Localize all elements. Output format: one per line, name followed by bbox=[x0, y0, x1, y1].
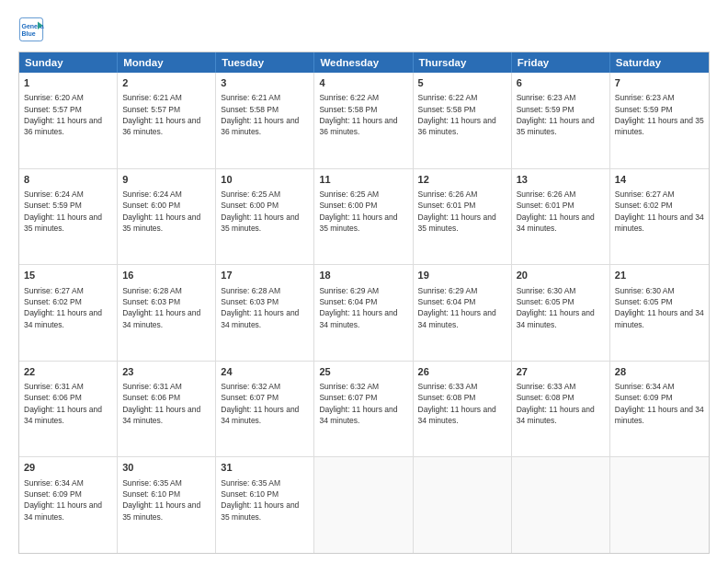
calendar-cell: 18Sunrise: 6:29 AMSunset: 6:04 PMDayligh… bbox=[314, 265, 413, 361]
calendar-cell: 2Sunrise: 6:21 AMSunset: 5:57 PMDaylight… bbox=[118, 73, 216, 168]
calendar-cell bbox=[414, 457, 512, 553]
calendar-cell: 17Sunrise: 6:28 AMSunset: 6:03 PMDayligh… bbox=[216, 265, 314, 361]
calendar-row: 1Sunrise: 6:20 AMSunset: 5:57 PMDaylight… bbox=[19, 73, 709, 168]
calendar-cell: 30Sunrise: 6:35 AMSunset: 6:10 PMDayligh… bbox=[118, 457, 216, 553]
day-info: Sunrise: 6:24 AMSunset: 5:59 PMDaylight:… bbox=[24, 189, 112, 234]
calendar-cell: 8Sunrise: 6:24 AMSunset: 5:59 PMDaylight… bbox=[19, 169, 118, 265]
calendar-row: 15Sunrise: 6:27 AMSunset: 6:02 PMDayligh… bbox=[19, 264, 709, 361]
calendar-header-cell: Tuesday bbox=[216, 52, 314, 73]
svg-rect-0 bbox=[19, 17, 42, 40]
calendar-header: SundayMondayTuesdayWednesdayThursdayFrid… bbox=[19, 52, 709, 73]
calendar-cell: 15Sunrise: 6:27 AMSunset: 6:02 PMDayligh… bbox=[19, 265, 118, 361]
logo-icon: General Blue bbox=[18, 17, 44, 42]
day-number: 31 bbox=[221, 461, 309, 475]
day-number: 21 bbox=[615, 269, 704, 282]
day-number: 6 bbox=[517, 76, 605, 90]
day-number: 5 bbox=[418, 76, 506, 90]
day-number: 24 bbox=[221, 365, 309, 379]
day-info: Sunrise: 6:24 AMSunset: 6:00 PMDaylight:… bbox=[122, 189, 210, 234]
day-number: 1 bbox=[24, 76, 112, 90]
day-number: 14 bbox=[615, 173, 704, 187]
calendar-header-cell: Friday bbox=[512, 52, 610, 73]
calendar-header-cell: Saturday bbox=[610, 52, 709, 73]
calendar-cell: 10Sunrise: 6:25 AMSunset: 6:00 PMDayligh… bbox=[216, 169, 314, 265]
calendar-cell: 19Sunrise: 6:29 AMSunset: 6:04 PMDayligh… bbox=[414, 265, 512, 361]
calendar-cell: 3Sunrise: 6:21 AMSunset: 5:58 PMDaylight… bbox=[216, 73, 314, 168]
calendar-cell: 29Sunrise: 6:34 AMSunset: 6:09 PMDayligh… bbox=[19, 457, 118, 553]
day-info: Sunrise: 6:35 AMSunset: 6:10 PMDaylight:… bbox=[221, 477, 309, 523]
calendar-cell: 11Sunrise: 6:25 AMSunset: 6:00 PMDayligh… bbox=[314, 169, 413, 265]
day-number: 11 bbox=[319, 173, 407, 187]
day-number: 18 bbox=[319, 269, 407, 282]
day-number: 2 bbox=[122, 76, 210, 90]
day-number: 12 bbox=[418, 173, 506, 187]
calendar-cell: 26Sunrise: 6:33 AMSunset: 6:08 PMDayligh… bbox=[414, 362, 512, 457]
day-info: Sunrise: 6:23 AMSunset: 5:59 PMDaylight:… bbox=[517, 92, 605, 137]
day-number: 27 bbox=[517, 365, 605, 379]
day-info: Sunrise: 6:30 AMSunset: 6:05 PMDaylight:… bbox=[517, 285, 605, 330]
day-number: 20 bbox=[517, 269, 605, 282]
day-info: Sunrise: 6:22 AMSunset: 5:58 PMDaylight:… bbox=[319, 92, 407, 137]
day-info: Sunrise: 6:21 AMSunset: 5:57 PMDaylight:… bbox=[122, 92, 210, 137]
day-info: Sunrise: 6:32 AMSunset: 6:07 PMDaylight:… bbox=[319, 381, 407, 426]
calendar-cell: 16Sunrise: 6:28 AMSunset: 6:03 PMDayligh… bbox=[118, 265, 216, 361]
calendar-cell: 7Sunrise: 6:23 AMSunset: 5:59 PMDaylight… bbox=[610, 73, 709, 168]
day-info: Sunrise: 6:26 AMSunset: 6:01 PMDaylight:… bbox=[517, 189, 605, 234]
day-info: Sunrise: 6:31 AMSunset: 6:06 PMDaylight:… bbox=[24, 381, 112, 426]
day-info: Sunrise: 6:28 AMSunset: 6:03 PMDaylight:… bbox=[221, 285, 309, 330]
day-number: 3 bbox=[221, 76, 309, 90]
day-info: Sunrise: 6:32 AMSunset: 6:07 PMDaylight:… bbox=[221, 381, 309, 426]
calendar-cell: 1Sunrise: 6:20 AMSunset: 5:57 PMDaylight… bbox=[19, 73, 118, 168]
day-info: Sunrise: 6:34 AMSunset: 6:09 PMDaylight:… bbox=[24, 477, 112, 523]
calendar-cell bbox=[610, 457, 709, 553]
day-info: Sunrise: 6:35 AMSunset: 6:10 PMDaylight:… bbox=[122, 477, 210, 523]
day-number: 13 bbox=[517, 173, 605, 187]
calendar-cell bbox=[314, 457, 413, 553]
calendar-cell: 14Sunrise: 6:27 AMSunset: 6:02 PMDayligh… bbox=[610, 169, 709, 265]
calendar-cell: 12Sunrise: 6:26 AMSunset: 6:01 PMDayligh… bbox=[414, 169, 512, 265]
calendar-header-cell: Thursday bbox=[414, 52, 512, 73]
day-info: Sunrise: 6:25 AMSunset: 6:00 PMDaylight:… bbox=[319, 189, 407, 234]
day-info: Sunrise: 6:27 AMSunset: 6:02 PMDaylight:… bbox=[615, 189, 704, 234]
day-number: 9 bbox=[122, 173, 210, 187]
day-info: Sunrise: 6:25 AMSunset: 6:00 PMDaylight:… bbox=[221, 189, 309, 234]
calendar-cell: 6Sunrise: 6:23 AMSunset: 5:59 PMDaylight… bbox=[512, 73, 610, 168]
calendar-header-cell: Wednesday bbox=[314, 52, 413, 73]
calendar-row: 22Sunrise: 6:31 AMSunset: 6:06 PMDayligh… bbox=[19, 361, 709, 457]
calendar: SundayMondayTuesdayWednesdayThursdayFrid… bbox=[18, 52, 710, 554]
calendar-cell bbox=[512, 457, 610, 553]
calendar-cell: 24Sunrise: 6:32 AMSunset: 6:07 PMDayligh… bbox=[216, 362, 314, 457]
calendar-cell: 31Sunrise: 6:35 AMSunset: 6:10 PMDayligh… bbox=[216, 457, 314, 553]
day-info: Sunrise: 6:22 AMSunset: 5:58 PMDaylight:… bbox=[418, 92, 506, 137]
day-number: 22 bbox=[24, 365, 112, 379]
day-number: 30 bbox=[122, 461, 210, 475]
day-info: Sunrise: 6:26 AMSunset: 6:01 PMDaylight:… bbox=[418, 189, 506, 234]
calendar-cell: 22Sunrise: 6:31 AMSunset: 6:06 PMDayligh… bbox=[19, 362, 118, 457]
calendar-header-cell: Monday bbox=[118, 52, 216, 73]
day-number: 25 bbox=[319, 365, 407, 379]
page: General Blue SundayMondayTuesdayWednesda… bbox=[0, 0, 728, 563]
day-info: Sunrise: 6:29 AMSunset: 6:04 PMDaylight:… bbox=[418, 285, 506, 330]
day-number: 7 bbox=[615, 76, 704, 90]
day-info: Sunrise: 6:31 AMSunset: 6:06 PMDaylight:… bbox=[122, 381, 210, 426]
day-info: Sunrise: 6:28 AMSunset: 6:03 PMDaylight:… bbox=[122, 285, 210, 330]
calendar-cell: 20Sunrise: 6:30 AMSunset: 6:05 PMDayligh… bbox=[512, 265, 610, 361]
calendar-cell: 25Sunrise: 6:32 AMSunset: 6:07 PMDayligh… bbox=[314, 362, 413, 457]
day-info: Sunrise: 6:33 AMSunset: 6:08 PMDaylight:… bbox=[517, 381, 605, 426]
calendar-cell: 4Sunrise: 6:22 AMSunset: 5:58 PMDaylight… bbox=[314, 73, 413, 168]
day-number: 17 bbox=[221, 269, 309, 282]
day-number: 26 bbox=[418, 365, 506, 379]
day-number: 15 bbox=[24, 269, 112, 282]
calendar-body: 1Sunrise: 6:20 AMSunset: 5:57 PMDaylight… bbox=[19, 73, 709, 553]
day-number: 8 bbox=[24, 173, 112, 187]
day-number: 10 bbox=[221, 173, 309, 187]
calendar-cell: 28Sunrise: 6:34 AMSunset: 6:09 PMDayligh… bbox=[610, 362, 709, 457]
calendar-row: 29Sunrise: 6:34 AMSunset: 6:09 PMDayligh… bbox=[19, 456, 709, 553]
calendar-cell: 9Sunrise: 6:24 AMSunset: 6:00 PMDaylight… bbox=[118, 169, 216, 265]
day-number: 19 bbox=[418, 269, 506, 282]
calendar-cell: 27Sunrise: 6:33 AMSunset: 6:08 PMDayligh… bbox=[512, 362, 610, 457]
calendar-row: 8Sunrise: 6:24 AMSunset: 5:59 PMDaylight… bbox=[19, 168, 709, 265]
svg-text:Blue: Blue bbox=[22, 30, 36, 37]
day-info: Sunrise: 6:29 AMSunset: 6:04 PMDaylight:… bbox=[319, 285, 407, 330]
calendar-cell: 21Sunrise: 6:30 AMSunset: 6:05 PMDayligh… bbox=[610, 265, 709, 361]
